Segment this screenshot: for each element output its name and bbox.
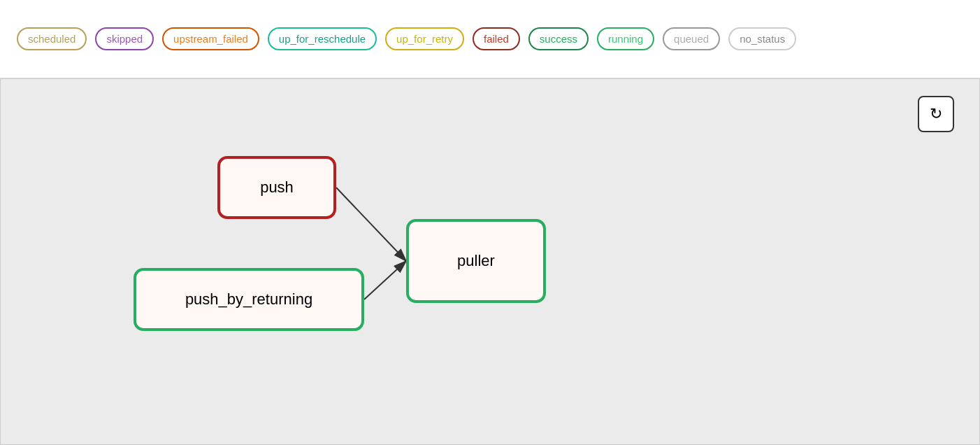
legend-badge-up_for_reschedule[interactable]: up_for_reschedule — [268, 27, 377, 50]
task-node-puller[interactable]: puller — [406, 219, 546, 303]
legend-badge-scheduled[interactable]: scheduled — [17, 27, 87, 50]
legend-badge-queued[interactable]: queued — [663, 27, 720, 50]
task-node-push_by_returning[interactable]: push_by_returning — [134, 268, 364, 331]
legend-badge-up_for_retry[interactable]: up_for_retry — [385, 27, 464, 50]
arrow-push-to-puller — [336, 188, 406, 261]
legend-badge-skipped[interactable]: skipped — [95, 27, 154, 50]
refresh-button[interactable]: ↻ — [918, 96, 954, 132]
task-node-push[interactable]: push — [217, 156, 336, 219]
legend-badge-no_status[interactable]: no_status — [728, 27, 796, 50]
dag-canvas: ↻ pushpush_by_returningpuller — [0, 78, 980, 445]
legend-badge-upstream_failed[interactable]: upstream_failed — [162, 27, 259, 50]
legend-badge-success[interactable]: success — [528, 27, 589, 50]
legend-badge-failed[interactable]: failed — [473, 27, 520, 50]
arrow-push_by_returning-to-puller — [364, 261, 406, 299]
legend-bar: scheduledskippedupstream_failedup_for_re… — [0, 0, 980, 78]
legend-badge-running[interactable]: running — [597, 27, 654, 50]
